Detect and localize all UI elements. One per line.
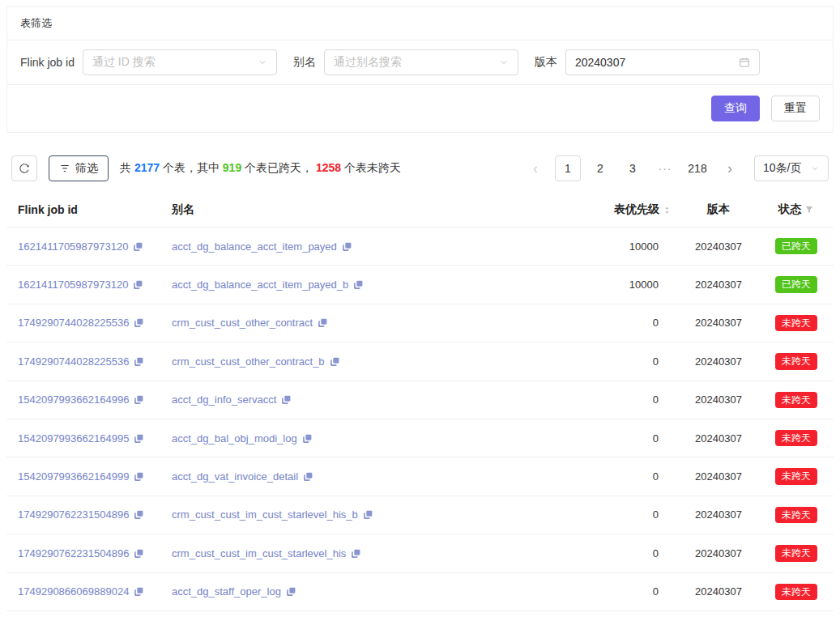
alias-cell: acct_dg_staff_oper_log [165,572,581,610]
status-badge: 未跨天 [775,315,817,331]
flink-job-id-label: Flink job id [20,56,75,69]
alias-link[interactable]: crm_cust_cust_im_cust_starlevel_his [172,547,346,559]
priority-header-label: 表优先级 [614,202,659,217]
summary-text: 个表未跨天 [341,161,401,174]
tables-table: Flink job id 别名 表优先级 版本 状态 [6,193,834,611]
page-button-3[interactable]: 3 [620,155,646,181]
next-page-button[interactable]: › [717,155,743,181]
copy-icon[interactable] [302,433,313,444]
flink-job-id-link[interactable]: 1621411705987973120 [18,279,128,291]
copy-icon[interactable] [134,433,144,444]
priority-cell: 0 [581,457,678,496]
page-button-1[interactable]: 1 [555,155,581,181]
alias-cell: acct_dg_bal_obj_modi_log [165,419,581,457]
table-row: 1749290744028225536 crm_cust_cust_other_… [6,342,834,381]
chevron-down-icon [499,57,509,67]
pagination-top: ‹123···218› [522,155,743,181]
priority-cell: 0 [581,419,678,457]
flink-job-id-cell: 1621411705987973120 [6,228,165,266]
version-cell: 20240307 [678,381,759,419]
chevron-down-icon [810,164,820,173]
flink-job-id-link[interactable]: 1749290744028225536 [18,317,129,329]
flink-job-id-link[interactable]: 1542097993662164999 [18,470,129,483]
table-row: 1542097993662164999 acct_dg_vat_invoice_… [6,457,834,496]
reset-button[interactable]: 重置 [771,96,820,121]
summary-text: 共 [120,161,134,174]
filter-lines-icon [59,163,70,174]
flink-job-id-link[interactable]: 1749290744028225536 [18,355,129,368]
copy-icon[interactable] [134,394,144,405]
copy-icon[interactable] [351,548,361,559]
alias-link[interactable]: crm_cust_cust_im_cust_starlevel_his_b [172,508,358,521]
copy-icon[interactable] [363,509,373,520]
alias-link[interactable]: crm_cust_cust_other_contract_b [172,355,325,368]
alias-cell: acct_dg_vat_invoice_detail [165,457,581,496]
alias-cell: crm_cust_cust_other_contract [165,304,581,342]
copy-icon[interactable] [133,279,143,290]
page-size-select[interactable]: 10条/页 [754,155,829,181]
status-badge: 已跨天 [775,276,817,292]
sort-icon[interactable] [663,204,672,216]
flink-job-id-link[interactable]: 1749290762231504896 [18,547,129,559]
copy-icon[interactable] [286,586,296,597]
filter-panel: 表筛选 Flink job id 通过 ID 搜索 别名 通过别名搜索 [6,6,834,133]
copy-icon[interactable] [281,394,292,405]
flink-job-id-cell: 1749290866069889024 [6,572,165,610]
version-cell: 20240307 [678,304,759,342]
summary-text: 个表已跨天， [241,161,316,174]
status-cell: 未跨天 [759,419,834,457]
flink-job-id-link[interactable]: 1621411705987973120 [18,240,128,253]
status-cell: 未跨天 [759,381,834,419]
flink-job-id-link[interactable]: 1542097993662164996 [18,393,129,406]
alias-field: 别名 通过别名搜索 [293,49,518,75]
copy-icon[interactable] [134,356,144,367]
table-body: 1621411705987973120 acct_dg_balance_acct… [6,228,834,611]
copy-icon[interactable] [133,241,143,252]
crossed-count: 919 [223,161,241,174]
alias-link[interactable]: acct_dg_vat_invoice_detail [172,470,298,483]
copy-icon[interactable] [342,241,352,252]
status-cell: 已跨天 [759,266,834,304]
prev-page-button[interactable]: ‹ [522,155,548,181]
version-cell: 20240307 [678,534,759,572]
priority-cell: 0 [581,381,678,419]
alias-link[interactable]: acct_dg_info_servacct [172,393,276,406]
alias-cell: acct_dg_balance_acct_item_payed [165,228,581,266]
version-cell: 20240307 [678,342,759,381]
copy-icon[interactable] [134,509,144,520]
alias-select[interactable]: 通过别名搜索 [324,49,518,75]
status-badge: 未跨天 [775,392,817,408]
copy-icon[interactable] [134,586,144,597]
refresh-button[interactable] [11,155,37,181]
column-header-status: 状态 [759,193,834,228]
status-badge: 未跨天 [775,545,817,561]
page-button-218[interactable]: 218 [684,155,710,181]
copy-icon[interactable] [134,471,144,482]
alias-link[interactable]: acct_dg_staff_oper_log [172,585,281,598]
priority-cell: 10000 [581,266,678,304]
copy-icon[interactable] [134,317,144,328]
copy-icon[interactable] [353,279,364,290]
alias-link[interactable]: acct_dg_balance_acct_item_payed_b [172,279,348,291]
copy-icon[interactable] [134,548,144,559]
filter-funnel-icon[interactable] [804,205,814,215]
query-button[interactable]: 查询 [711,96,760,121]
alias-link[interactable]: crm_cust_cust_other_contract [172,317,313,329]
alias-cell: acct_dg_info_servacct [165,381,581,419]
summary-text: 个表，其中 [160,161,223,174]
alias-link[interactable]: acct_dg_bal_obj_modi_log [172,432,297,444]
flink-job-id-link[interactable]: 1749290762231504896 [18,508,129,521]
page-button-2[interactable]: 2 [587,155,613,181]
flink-job-id-select[interactable]: 通过 ID 搜索 [83,49,277,75]
version-cell: 20240307 [678,496,759,534]
alias-link[interactable]: acct_dg_balance_acct_item_payed [172,240,337,253]
copy-icon[interactable] [318,317,328,328]
priority-cell: 0 [581,534,678,572]
copy-icon[interactable] [303,471,313,482]
copy-icon[interactable] [330,356,340,367]
version-date-picker[interactable]: 20240307 [565,49,760,75]
flink-job-id-link[interactable]: 1749290866069889024 [18,585,129,598]
table-row: 1542097993662164996 acct_dg_info_servacc… [6,381,834,419]
filter-button[interactable]: 筛选 [49,155,109,181]
flink-job-id-link[interactable]: 1542097993662164995 [18,432,129,444]
